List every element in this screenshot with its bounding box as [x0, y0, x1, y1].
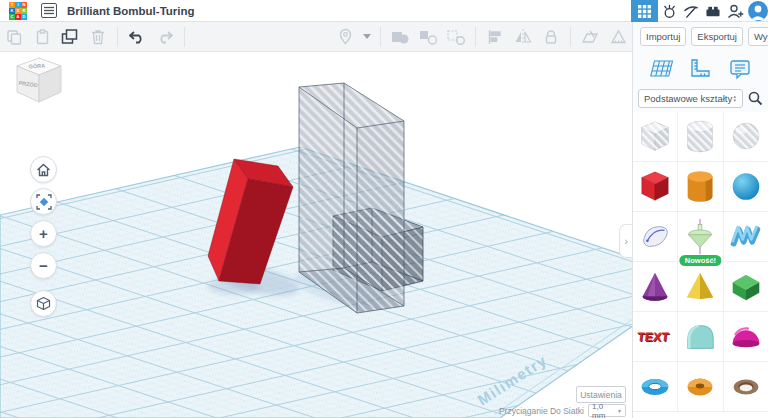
shape-donut[interactable] [678, 362, 723, 412]
header: TINKERCAD Brilliant Bombul-Turing [0, 0, 768, 22]
shape-pyramid[interactable] [678, 262, 723, 312]
duplicate-button[interactable] [58, 26, 82, 48]
workplane-tool-button[interactable] [578, 26, 602, 48]
workplane-helper-button[interactable] [647, 57, 675, 81]
ruler-helper-button[interactable] [686, 57, 714, 81]
snap-grid-value: 1,0 mm [592, 402, 617, 418]
snap-controls: Przyciąganie Do Siatki 1,0 mm ▼ [499, 404, 626, 417]
perspective-toggle-button[interactable] [30, 290, 57, 317]
panel-actions: Importuj Eksportuj Wyślij do [633, 22, 768, 51]
list-icon [44, 6, 54, 15]
viewport-3d[interactable]: Milimetry [0, 52, 632, 418]
person-icon [748, 1, 768, 21]
shape-hole-sphere[interactable] [724, 112, 768, 162]
select-caret-icon: ▲▼ [733, 95, 737, 103]
design-title: Brilliant Bombul-Turing [67, 5, 195, 17]
multiselect-group-button[interactable] [444, 26, 468, 48]
shape-hole-box[interactable] [633, 112, 678, 162]
cone-icon [636, 268, 674, 306]
group-button[interactable] [388, 26, 412, 48]
share-collaborate-button[interactable] [724, 0, 746, 22]
hole-cylinder-icon [681, 118, 719, 156]
shape-round-roof[interactable] [678, 312, 723, 362]
shape-torus[interactable] [633, 362, 678, 412]
sim-lab-icon [662, 4, 677, 19]
blocks-export-button[interactable] [680, 0, 702, 22]
shape-sphere[interactable] [724, 162, 768, 212]
roof-icon [727, 268, 765, 306]
shape-cone[interactable] [633, 262, 678, 312]
shape-category-select[interactable]: Podstawowe kształty ▲▼ [638, 89, 743, 108]
tinkercad-app: TINKERCAD Brilliant Bombul-Turing [0, 0, 768, 418]
view-cube[interactable]: GÓRA PRZÓD [10, 56, 68, 108]
hole-box-tall[interactable] [299, 83, 423, 313]
search-button[interactable] [748, 91, 763, 106]
paste-button[interactable] [30, 26, 54, 48]
perspective-cube-icon [36, 296, 51, 311]
pickaxe-icon [683, 4, 699, 19]
bricks-export-button[interactable] [702, 0, 724, 22]
toolbar-divider [475, 27, 476, 47]
toolbar-divider [570, 27, 571, 47]
toolbar-divider [380, 27, 381, 47]
shape-cylinder[interactable] [678, 162, 723, 212]
shapes-panel-toggle-button[interactable] [631, 0, 658, 22]
text-icon [636, 318, 674, 356]
zoom-in-button[interactable]: + [30, 220, 57, 247]
home-view-button[interactable] [30, 156, 57, 183]
fit-view-button[interactable] [30, 188, 57, 215]
mirror-button[interactable] [511, 26, 535, 48]
delete-button[interactable] [86, 26, 110, 48]
color-pin-button[interactable] [333, 26, 357, 48]
notes-button[interactable] [726, 57, 754, 81]
grid-settings-button[interactable]: Ustawienia [576, 386, 626, 403]
toolbar [0, 22, 632, 52]
shape-hole-cylinder[interactable] [678, 112, 723, 162]
panel-tools [633, 51, 768, 89]
torus-icon [636, 368, 674, 406]
settings-label: Ustawienia [580, 390, 622, 400]
shapes-panel: Importuj Eksportuj Wyślij do Podstawowe … [632, 22, 768, 418]
shape-tube[interactable] [724, 362, 768, 412]
shape-roof[interactable] [724, 262, 768, 312]
undo-button[interactable] [125, 26, 149, 48]
shape-box[interactable] [633, 162, 678, 212]
lock-button[interactable] [539, 26, 563, 48]
snap-grid-label: Przyciąganie Do Siatki [499, 406, 584, 416]
toolbar-divider [184, 27, 185, 47]
cylinder-icon [681, 168, 719, 206]
scribble-icon [636, 218, 674, 256]
zoom-out-button[interactable]: − [30, 252, 57, 279]
notes-bubble-icon [729, 59, 751, 80]
fit-view-icon [36, 194, 52, 210]
person-add-icon [727, 3, 744, 19]
redo-button[interactable] [153, 26, 177, 48]
copy-button[interactable] [2, 26, 26, 48]
import-button[interactable]: Importuj [640, 27, 686, 46]
shape-half-sphere[interactable] [724, 312, 768, 362]
profile-avatar[interactable] [748, 1, 768, 21]
new-badge: Nowość! [680, 255, 721, 266]
shape-text[interactable] [633, 312, 678, 362]
align-button[interactable] [483, 26, 507, 48]
shape-spinning-top[interactable]: Nowość! [678, 212, 723, 262]
spinning-top-icon [681, 218, 719, 256]
tube-icon [727, 368, 765, 406]
ungroup-button[interactable] [416, 26, 440, 48]
panel-collapse-tab[interactable]: › [619, 224, 632, 258]
design-properties-button[interactable] [41, 3, 57, 18]
logo-tile: D [21, 14, 27, 20]
tinkercad-logo[interactable]: TINKERCAD [9, 2, 27, 20]
shape-scribble[interactable] [633, 212, 678, 262]
workplane-grid-icon [648, 59, 674, 79]
ruler-tool-button[interactable] [606, 26, 630, 48]
category-value: Podstawowe kształty [644, 93, 732, 104]
send-to-button[interactable]: Wyślij do [748, 27, 768, 46]
color-dropdown-caret[interactable] [361, 26, 373, 48]
header-right [631, 0, 768, 22]
chevron-down-icon: ▼ [617, 408, 622, 414]
sim-lab-button[interactable] [658, 0, 680, 22]
export-button[interactable]: Eksportuj [691, 27, 743, 46]
snap-grid-select[interactable]: 1,0 mm ▼ [588, 404, 626, 417]
shape-squiggle[interactable] [724, 212, 768, 262]
